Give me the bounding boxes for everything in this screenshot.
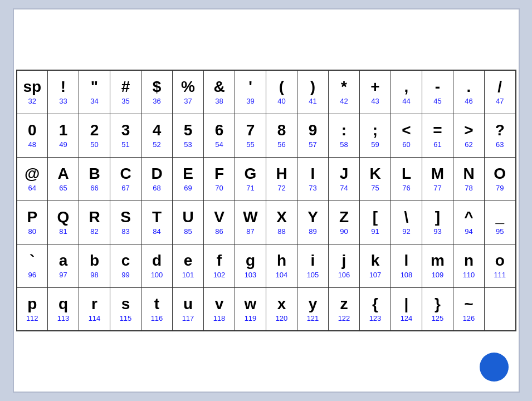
char-code: 120 [267,314,296,322]
ascii-cell: E69 [173,157,204,200]
char-symbol: ) [299,79,327,96]
char-code: 43 [361,97,389,105]
ascii-cell: /47 [485,70,516,114]
char-code: 66 [80,184,109,192]
char-code: 95 [486,227,514,236]
char-code: 40 [267,97,296,105]
ascii-cell: +43 [360,70,391,114]
char-symbol: s [111,296,140,313]
char-code: 89 [299,227,327,236]
char-symbol: g [236,252,265,270]
char-code: 55 [236,140,265,149]
char-code: 86 [205,227,233,236]
char-symbol: x [267,296,296,313]
ascii-cell: !33 [48,70,79,114]
char-code: 124 [392,314,421,322]
char-code: 62 [455,140,483,149]
ascii-cell: q113 [48,287,79,331]
ascii-cell: w119 [235,287,266,331]
char-symbol: E [174,165,202,183]
char-symbol: L [392,165,421,183]
char-symbol: ; [361,122,389,139]
char-symbol: t [143,296,171,313]
char-code: 45 [423,97,452,105]
char-symbol: Y [299,209,327,226]
char-code: 38 [205,97,233,105]
char-code: 98 [80,271,109,279]
char-symbol: ] [423,209,452,226]
ascii-cell: ~126 [453,287,485,331]
char-symbol: 0 [18,122,47,139]
char-symbol: N [455,165,483,183]
char-code: 125 [423,314,452,322]
ascii-cell: S83 [110,200,141,244]
char-code: 60 [392,140,421,149]
char-code: 46 [455,97,483,105]
ascii-cell: M77 [422,157,453,200]
char-symbol: D [143,165,171,183]
ascii-cell: R82 [79,200,110,244]
char-symbol: n [455,252,483,270]
ascii-cell: O79 [485,157,516,200]
char-symbol: ~ [455,296,483,313]
char-code: 117 [174,314,202,322]
char-code: 85 [174,227,202,236]
char-code: 65 [49,184,77,192]
blue-circle[interactable] [480,353,509,382]
char-code: 67 [111,184,140,192]
char-code: 61 [423,140,452,149]
ascii-cell: 856 [266,114,297,157]
char-symbol: 1 [49,122,77,139]
char-symbol: < [392,122,421,139]
char-symbol: ^ [455,209,483,226]
char-symbol: R [80,209,109,226]
ascii-cell [485,287,516,331]
ascii-cell: 351 [110,114,141,157]
ascii-cell: 553 [173,114,204,157]
char-code: 69 [174,184,202,192]
ascii-cell: C67 [110,157,141,200]
char-symbol: K [361,165,389,183]
char-code: 53 [174,140,202,149]
char-code: 39 [236,97,265,105]
char-code: 74 [330,184,358,192]
char-symbol: } [423,296,452,313]
char-symbol: W [236,209,265,226]
ascii-cell: U85 [173,200,204,244]
char-symbol: ( [267,79,296,96]
ascii-cell: \92 [391,200,422,244]
ascii-cell: K75 [360,157,391,200]
ascii-cell: b98 [79,244,110,287]
char-symbol: 4 [143,122,171,139]
ascii-cell: g103 [235,244,266,287]
char-code: 97 [49,271,77,279]
char-code: 126 [455,314,483,322]
char-symbol: | [392,296,421,313]
char-symbol: & [205,79,233,96]
char-symbol: sp [18,79,47,96]
ascii-cell: N78 [453,157,485,200]
char-code: 123 [361,314,389,322]
char-code: 68 [143,184,171,192]
char-code: 75 [361,184,389,192]
char-symbol: " [80,79,109,96]
char-symbol: ? [486,122,514,139]
char-code: 83 [111,227,140,236]
char-code: 103 [236,271,265,279]
ascii-cell: 654 [204,114,235,157]
ascii-cell: '39 [235,70,266,114]
char-code: 37 [174,97,202,105]
char-code: 102 [205,271,233,279]
char-code: 33 [49,97,77,105]
ascii-cell: .46 [453,70,485,114]
ascii-cell: y121 [297,287,329,331]
ascii-cell: >62 [453,114,485,157]
char-code: 105 [299,271,327,279]
char-symbol: c [111,252,140,270]
char-code: 78 [455,184,483,192]
char-code: 76 [392,184,421,192]
char-symbol: M [423,165,452,183]
char-code: 112 [18,314,47,322]
ascii-cell: A65 [48,157,79,200]
ascii-cell: :58 [329,114,360,157]
